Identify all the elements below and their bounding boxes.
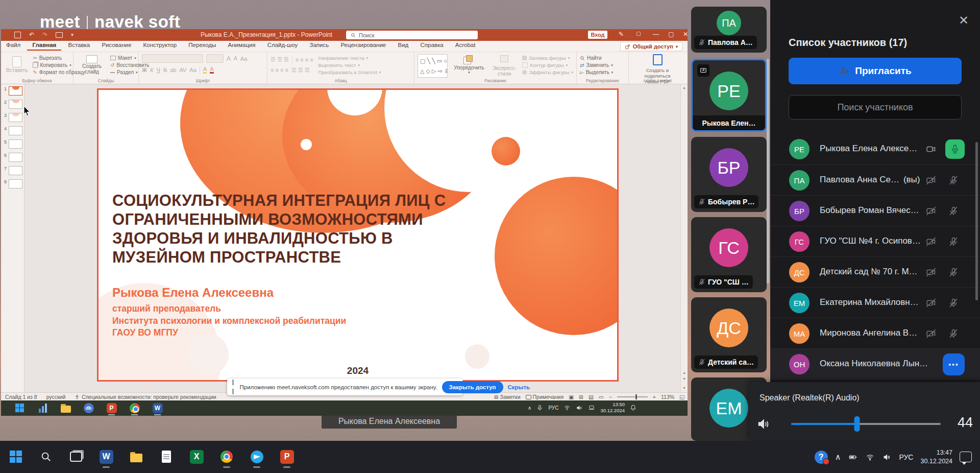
pen-icon[interactable]: ✎ [616,31,627,38]
video-tile-guo-school[interactable]: ГС ГУО "СШ … [691,217,767,292]
align-text-button[interactable]: Выровнять текст▾ [318,62,381,68]
quick-styles-button[interactable]: Экспресс-стили [491,54,519,77]
participants-scrollbar[interactable] [975,142,978,300]
mic-off-icon[interactable] [948,236,959,247]
task-view-button[interactable] [68,449,84,464]
participant-search-input[interactable] [789,95,962,120]
shape-fill-button[interactable]: Заливка фигуры▾ [522,55,573,61]
comments-button[interactable]: Примечания [526,394,564,400]
close-button[interactable]: ✕ [680,31,691,38]
telegram-taskbar-icon[interactable] [249,449,264,464]
paste-button[interactable]: Вставить [4,56,30,73]
slide-thumb-1[interactable]: 1 [1,84,24,98]
zoom-slider-thumb[interactable] [635,394,637,399]
language-indicator[interactable]: РУС [899,453,913,461]
close-panel-icon[interactable]: ✕ [959,14,969,27]
mic-off-icon[interactable] [948,328,959,339]
scroll-down-icon[interactable]: ▾ [681,386,688,390]
chrome-taskbar-icon[interactable] [219,449,234,464]
view-sorter-button[interactable]: ⊞ [579,394,583,400]
bold-button[interactable]: Ж [142,67,147,73]
line-spacing-button[interactable]: ☰ ☰ ☰ [291,67,310,74]
shared-powerpoint-icon[interactable]: P [106,403,117,413]
share-button[interactable]: Общий доступ ▾ [620,42,682,51]
tab-transitions[interactable]: Переходы [183,41,221,50]
slide-thumb-3[interactable]: 3 [1,111,24,124]
zoom-level[interactable]: 113% [661,394,674,400]
shapes-gallery[interactable]: ▢ ╲ ╲ ▭ ○ ▭ △ ◇ ▷ ⇨ ⇩ ☆ [418,54,448,78]
excel-taskbar-icon[interactable]: X [189,449,204,464]
camera-off-icon[interactable] [926,236,936,247]
mic-off-icon[interactable] [948,298,959,308]
indent-buttons[interactable]: ≡ ≡ ≡ ≡ [271,67,288,73]
signin-button[interactable]: Вход [588,31,607,39]
hide-notification-button[interactable]: Скрыть [508,384,530,390]
ppt-vertical-scrollbar[interactable]: ▴ ▴ ▾ ▾ [680,84,688,392]
shared-folder-icon[interactable] [60,403,71,413]
participant-row[interactable]: МА Миронова Ангелина В… [770,318,980,349]
font-name-combo[interactable] [142,54,203,63]
tab-help[interactable]: Справка [415,41,448,50]
shared-language-indicator[interactable]: РУС [548,405,558,411]
italic-button[interactable]: К [150,67,153,73]
notes-button[interactable]: ▤Заметки [494,394,521,400]
document-taskbar-icon[interactable] [159,449,174,464]
tab-review[interactable]: Рецензирование [335,41,391,50]
start-button[interactable] [8,449,23,464]
wifi-icon[interactable] [865,453,875,461]
video-tile-rykova-active[interactable]: РЕ Рыкова Елен… [691,59,767,132]
shape-effects-button[interactable]: Эффекты фигуры▾ [522,69,573,75]
tab-acrobat[interactable]: Acrobat [450,41,481,50]
accessibility-status[interactable]: Специальные возможности: проверьте реком… [75,394,216,400]
language-indicator[interactable]: русский [46,394,66,400]
notification-center-icon[interactable] [960,452,972,462]
clear-format-icon[interactable]: Аа [240,56,248,62]
minimize-button[interactable]: — [650,31,662,38]
camera-off-icon[interactable] [926,328,936,339]
slide-thumb-7[interactable]: 7 [1,164,24,177]
tab-draw[interactable]: Рисование [96,41,136,50]
view-normal-button[interactable]: ▣ [569,394,574,400]
grow-font-icon[interactable]: А [227,55,231,62]
zoom-slider[interactable] [617,396,648,397]
more-options-button[interactable]: ••• [943,353,965,375]
new-slide-button[interactable]: Создать слайд [77,55,107,75]
text-direction-button[interactable]: Направление текста▾ [318,55,381,61]
mic-off-icon[interactable] [948,175,959,185]
mic-on-button[interactable] [945,139,965,159]
undo-icon[interactable]: ↶ [29,31,34,38]
view-slideshow-button[interactable]: ▭ [599,394,604,400]
shared-mic-icon[interactable] [536,405,543,411]
zoom-out-button[interactable]: − [609,394,612,400]
volume-slider-thumb[interactable] [854,416,860,432]
camera-off-icon[interactable] [926,267,936,277]
participant-row[interactable]: БР Бобырев Роман Вячес… [770,195,980,226]
camera-off-icon[interactable] [926,206,936,216]
select-button[interactable]: ▻Выделить▾ [580,69,625,75]
shared-chrome-icon[interactable] [129,403,140,413]
shrink-font-icon[interactable]: А [234,56,237,61]
strikethrough-button[interactable]: S [163,67,167,73]
tab-file[interactable]: Файл [1,41,26,50]
participant-row[interactable]: ПА Павлова Анна Се…(вы) [770,164,980,196]
redo-icon[interactable]: ↷ [42,31,47,38]
slide-thumb-2[interactable]: 2 [1,98,24,111]
view-reading-button[interactable]: ▤ [589,394,594,400]
slide-thumb-4[interactable]: 4 [1,124,24,137]
start-presentation-icon[interactable] [56,32,63,38]
smartart-button[interactable]: Преобразовать в SmartArt▾ [318,69,381,75]
tab-animations[interactable]: Анимация [223,41,260,50]
participant-row[interactable]: ДС Детский сад № 70 г. М… [770,256,980,288]
tab-record[interactable]: Запись [305,41,334,50]
help-tray-icon[interactable]: ? [815,451,828,464]
char-spacing-button[interactable]: AV [179,67,186,73]
shared-device-icon[interactable] [588,405,595,411]
speaker-icon[interactable] [756,417,771,431]
replace-button[interactable]: ⇄Заменить▾ [580,62,625,68]
taskbar-clock[interactable]: 13:47 30.12.2024 [920,448,952,466]
shared-notification-bell-icon[interactable] [630,404,636,411]
camera-off-icon[interactable] [926,175,936,185]
text-shadow-button[interactable]: ab [170,67,176,73]
mic-off-icon[interactable] [948,206,959,216]
tab-insert[interactable]: Вставка [63,41,95,50]
